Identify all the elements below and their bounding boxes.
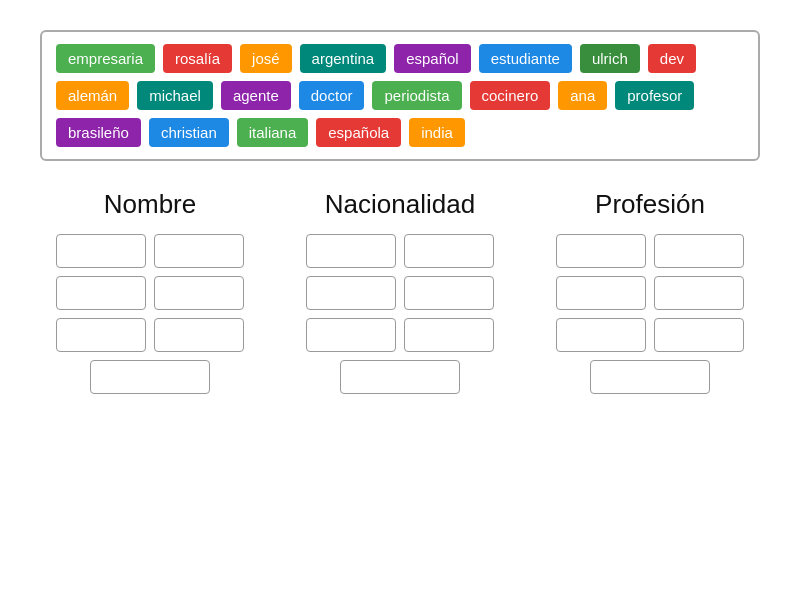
nombre-row-2 bbox=[56, 276, 244, 310]
drop-box[interactable] bbox=[654, 318, 744, 352]
word-tile[interactable]: alemán bbox=[56, 81, 129, 110]
drop-box[interactable] bbox=[556, 318, 646, 352]
drop-box[interactable] bbox=[306, 276, 396, 310]
word-tile[interactable]: ana bbox=[558, 81, 607, 110]
profesion-title: Profesión bbox=[595, 189, 705, 220]
drop-box[interactable] bbox=[154, 276, 244, 310]
drop-box-wide[interactable] bbox=[340, 360, 460, 394]
profesion-row-4 bbox=[590, 360, 710, 394]
drop-box[interactable] bbox=[654, 276, 744, 310]
word-tile[interactable]: doctor bbox=[299, 81, 365, 110]
word-tile[interactable]: español bbox=[394, 44, 471, 73]
word-tile[interactable]: dev bbox=[648, 44, 696, 73]
word-tile[interactable]: cocinero bbox=[470, 81, 551, 110]
word-tile[interactable]: rosalía bbox=[163, 44, 232, 73]
nombre-row-1 bbox=[56, 234, 244, 268]
word-tile[interactable]: empresaria bbox=[56, 44, 155, 73]
nacionalidad-row-1 bbox=[306, 234, 494, 268]
nacionalidad-drop-grid bbox=[290, 234, 510, 394]
word-tile[interactable]: periodista bbox=[372, 81, 461, 110]
drop-box[interactable] bbox=[306, 234, 396, 268]
word-tile[interactable]: española bbox=[316, 118, 401, 147]
nombre-drop-grid bbox=[40, 234, 260, 394]
nacionalidad-row-2 bbox=[306, 276, 494, 310]
column-nombre: Nombre bbox=[40, 189, 260, 394]
word-tile[interactable]: brasileño bbox=[56, 118, 141, 147]
word-tile[interactable]: josé bbox=[240, 44, 292, 73]
nacionalidad-row-3 bbox=[306, 318, 494, 352]
columns-container: Nombre Nacionalidad bbox=[40, 189, 760, 394]
drop-box[interactable] bbox=[404, 318, 494, 352]
nombre-title: Nombre bbox=[104, 189, 196, 220]
word-tile[interactable]: profesor bbox=[615, 81, 694, 110]
drop-box[interactable] bbox=[154, 318, 244, 352]
word-bank: empresariarosalíajoséargentinaespañolest… bbox=[40, 30, 760, 161]
column-nacionalidad: Nacionalidad bbox=[290, 189, 510, 394]
nacionalidad-row-4 bbox=[340, 360, 460, 394]
profesion-row-1 bbox=[556, 234, 744, 268]
profesion-row-2 bbox=[556, 276, 744, 310]
column-profesion: Profesión bbox=[540, 189, 760, 394]
word-tile[interactable]: christian bbox=[149, 118, 229, 147]
drop-box[interactable] bbox=[556, 234, 646, 268]
drop-box-wide[interactable] bbox=[590, 360, 710, 394]
nombre-row-4 bbox=[90, 360, 210, 394]
word-tile[interactable]: india bbox=[409, 118, 465, 147]
drop-box[interactable] bbox=[306, 318, 396, 352]
word-tile[interactable]: estudiante bbox=[479, 44, 572, 73]
drop-box[interactable] bbox=[56, 276, 146, 310]
drop-box[interactable] bbox=[56, 234, 146, 268]
word-tile[interactable]: michael bbox=[137, 81, 213, 110]
nacionalidad-title: Nacionalidad bbox=[325, 189, 475, 220]
drop-box[interactable] bbox=[404, 276, 494, 310]
word-tile[interactable]: agente bbox=[221, 81, 291, 110]
drop-box-wide[interactable] bbox=[90, 360, 210, 394]
drop-box[interactable] bbox=[654, 234, 744, 268]
drop-box[interactable] bbox=[154, 234, 244, 268]
word-tile[interactable]: argentina bbox=[300, 44, 387, 73]
drop-box[interactable] bbox=[404, 234, 494, 268]
word-tile[interactable]: ulrich bbox=[580, 44, 640, 73]
drop-box[interactable] bbox=[56, 318, 146, 352]
word-tile[interactable]: italiana bbox=[237, 118, 309, 147]
profesion-drop-grid bbox=[540, 234, 760, 394]
nombre-row-3 bbox=[56, 318, 244, 352]
profesion-row-3 bbox=[556, 318, 744, 352]
drop-box[interactable] bbox=[556, 276, 646, 310]
